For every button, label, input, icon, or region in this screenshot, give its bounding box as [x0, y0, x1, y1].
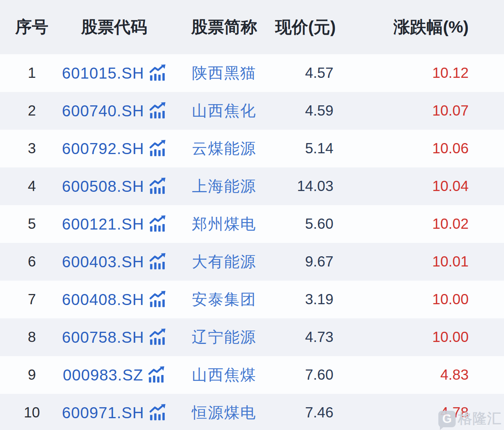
table-row: 8 600758.SH 辽宁能源 4.73 10.00 [0, 318, 504, 356]
stock-name-cell: 山西焦化 [173, 92, 275, 130]
table-row: 7 600408.SH 安泰集团 3.19 10.00 [0, 281, 504, 318]
stock-code-link[interactable]: 600508.SH [62, 178, 144, 195]
stock-name-cell: 陕西黑猫 [173, 54, 275, 92]
trend-chart-up-icon[interactable] [149, 64, 166, 82]
table-row: 2 600740.SH 山西焦化 4.59 10.07 [0, 92, 504, 130]
row-index: 1 [0, 54, 55, 92]
change-value: 10.07 [354, 92, 504, 130]
header-price: 现价(元) [275, 0, 354, 54]
change-value: 10.06 [354, 130, 504, 167]
price-value: 14.03 [275, 167, 354, 205]
stock-code-cell: 601015.SH [55, 54, 173, 92]
stock-name-link[interactable]: 大有能源 [192, 253, 256, 270]
row-index: 7 [0, 281, 55, 318]
price-value: 5.14 [275, 130, 354, 167]
stock-code-link[interactable]: 601015.SH [62, 64, 144, 82]
change-value: 10.04 [354, 167, 504, 205]
stock-code-link[interactable]: 600403.SH [62, 253, 144, 271]
table-body: 1 601015.SH 陕西黑猫 4.57 10.12 2 600 [0, 54, 504, 430]
stock-code-cell: 600740.SH [55, 92, 173, 130]
stock-name-cell: 恒源煤电 [173, 394, 275, 430]
price-value: 5.60 [275, 205, 354, 243]
change-value: 10.02 [354, 205, 504, 243]
table-row: 4 600508.SH 上海能源 14.03 10.04 [0, 167, 504, 205]
table-row: 9 000983.SZ 山西焦煤 7.60 4.83 [0, 356, 504, 394]
row-index: 8 [0, 318, 55, 356]
price-value: 4.73 [275, 318, 354, 356]
header-change: 涨跌幅(%) [354, 0, 504, 54]
stock-name-link[interactable]: 山西焦煤 [192, 366, 256, 383]
stock-table: 序号 股票代码 股票简称 现价(元) 涨跌幅(%) 1 601015.SH [0, 0, 504, 430]
header-row: 序号 股票代码 股票简称 现价(元) 涨跌幅(%) [0, 0, 504, 54]
price-value: 4.57 [275, 54, 354, 92]
table-row: 3 600792.SH 云煤能源 5.14 10.06 [0, 130, 504, 167]
stock-code-link[interactable]: 600408.SH [62, 291, 144, 309]
stock-name-link[interactable]: 山西焦化 [192, 102, 256, 119]
stock-code-cell: 600792.SH [55, 130, 173, 167]
row-index: 4 [0, 167, 55, 205]
stock-name-link[interactable]: 恒源煤电 [192, 404, 256, 421]
stock-code-cell: 600508.SH [55, 167, 173, 205]
stock-name-link[interactable]: 云煤能源 [192, 140, 256, 157]
stock-name-cell: 大有能源 [173, 243, 275, 281]
price-value: 7.46 [275, 394, 354, 430]
price-value: 3.19 [275, 281, 354, 318]
row-index: 2 [0, 92, 55, 130]
stock-name-cell: 辽宁能源 [173, 318, 275, 356]
stock-name-link[interactable]: 安泰集团 [192, 291, 256, 308]
change-value: 10.12 [354, 54, 504, 92]
price-value: 4.59 [275, 92, 354, 130]
price-value: 9.67 [275, 243, 354, 281]
price-value: 7.60 [275, 356, 354, 394]
stock-name-cell: 云煤能源 [173, 130, 275, 167]
stock-code-link[interactable]: 600121.SH [62, 215, 144, 233]
change-value: 10.00 [354, 281, 504, 318]
row-index: 5 [0, 205, 55, 243]
stock-code-link[interactable]: 600758.SH [62, 329, 144, 346]
stock-name-link[interactable]: 陕西黑猫 [192, 64, 256, 81]
stock-code-link[interactable]: 600792.SH [62, 140, 144, 158]
table-row: 5 600121.SH 郑州煤电 5.60 10.02 [0, 205, 504, 243]
trend-chart-up-icon[interactable] [149, 291, 166, 308]
trend-chart-up-icon[interactable] [149, 140, 166, 157]
stock-code-link[interactable]: 000983.SZ [63, 366, 143, 384]
row-index: 3 [0, 130, 55, 167]
stock-code-cell: 000983.SZ [55, 356, 173, 394]
row-index: 10 [0, 394, 55, 430]
change-value: 4.78 [354, 394, 504, 430]
stock-name-cell: 上海能源 [173, 167, 275, 205]
trend-chart-up-icon[interactable] [149, 253, 166, 270]
trend-chart-up-icon[interactable] [149, 404, 166, 421]
stock-code-cell: 600758.SH [55, 318, 173, 356]
row-index: 6 [0, 243, 55, 281]
stock-name-cell: 山西焦煤 [173, 356, 275, 394]
trend-chart-up-icon[interactable] [148, 366, 165, 384]
stock-code-cell: 600971.SH [55, 394, 173, 430]
stock-code-cell: 600403.SH [55, 243, 173, 281]
table-row: 10 600971.SH 恒源煤电 7.46 4.78 [0, 394, 504, 430]
trend-chart-up-icon[interactable] [149, 102, 166, 119]
row-index: 9 [0, 356, 55, 394]
change-value: 10.00 [354, 318, 504, 356]
trend-chart-up-icon[interactable] [149, 329, 166, 346]
stock-name-cell: 郑州煤电 [173, 205, 275, 243]
stock-name-link[interactable]: 上海能源 [192, 178, 256, 195]
trend-chart-up-icon[interactable] [149, 215, 166, 233]
stock-code-link[interactable]: 600971.SH [62, 404, 144, 422]
stock-name-cell: 安泰集团 [173, 281, 275, 318]
stock-code-link[interactable]: 600740.SH [62, 102, 144, 120]
stock-name-link[interactable]: 郑州煤电 [192, 215, 256, 232]
stock-code-cell: 600121.SH [55, 205, 173, 243]
table-row: 6 600403.SH 大有能源 9.67 10.01 [0, 243, 504, 281]
change-value: 4.83 [354, 356, 504, 394]
trend-chart-up-icon[interactable] [149, 178, 166, 195]
header-code: 股票代码 [55, 0, 173, 54]
header-index: 序号 [0, 0, 55, 54]
change-value: 10.01 [354, 243, 504, 281]
table-row: 1 601015.SH 陕西黑猫 4.57 10.12 [0, 54, 504, 92]
stock-code-cell: 600408.SH [55, 281, 173, 318]
header-name: 股票简称 [173, 0, 275, 54]
stock-name-link[interactable]: 辽宁能源 [192, 329, 256, 345]
